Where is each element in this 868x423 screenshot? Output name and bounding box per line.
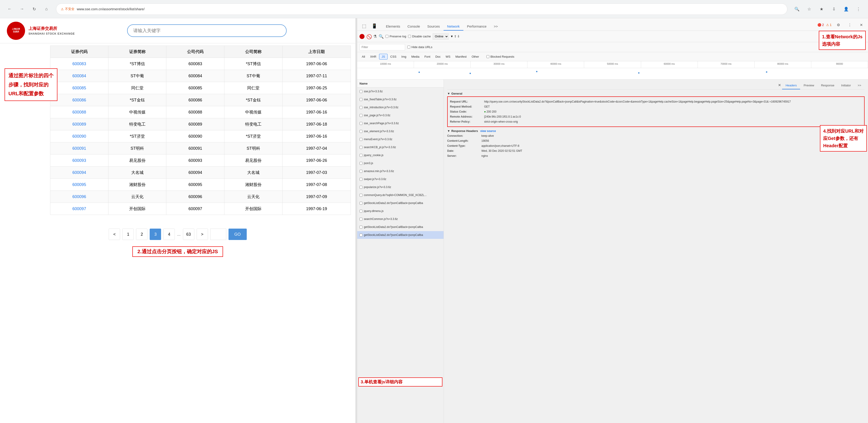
tab-elements[interactable]: Elements — [382, 23, 404, 31]
preserve-log-label[interactable]: Preserve log — [385, 35, 406, 38]
network-item-checkbox[interactable] — [360, 178, 363, 181]
network-item[interactable]: sse_searchPage.js?v=3.3.6z — [357, 119, 443, 127]
network-item[interactable]: amazeui.min.js?v=3.3.6z — [357, 167, 443, 175]
page-btn-2[interactable]: 2 — [136, 229, 147, 240]
network-item[interactable]: sse_introduction.js?v=3.3.6z — [357, 103, 443, 112]
more-button[interactable]: ⋮ — [854, 4, 863, 14]
account-button[interactable]: 👤 — [841, 4, 851, 14]
filter-other[interactable]: Other — [469, 54, 482, 59]
general-toggle[interactable]: ▼ — [447, 92, 450, 95]
network-item-checkbox[interactable] — [360, 210, 363, 213]
network-item[interactable]: searchCommon.js?v=3.3.6z — [357, 215, 443, 223]
network-item[interactable]: getStockListData2.do?jsonCallBack=jsonpC… — [357, 223, 443, 231]
stock-code-cell[interactable]: 600091 — [50, 143, 108, 154]
response-headers-toggle[interactable]: ▼ — [447, 129, 450, 133]
detail-tab-headers[interactable]: Headers — [782, 82, 800, 89]
tab-more[interactable]: >> — [490, 23, 502, 31]
network-item-checkbox[interactable] — [360, 130, 363, 133]
network-item[interactable]: popularize.js?v=3.3.6z — [357, 183, 443, 191]
filter-xhr[interactable]: XHR — [368, 54, 378, 59]
tab-performance[interactable]: Performance — [463, 23, 490, 31]
prev-page-button[interactable]: < — [109, 229, 120, 240]
back-button[interactable]: ← — [5, 4, 14, 14]
preserve-log-checkbox[interactable] — [385, 35, 389, 38]
address-bar[interactable]: ⚠ 不安全 www.sse.com.cn/assortment/stock/li… — [56, 3, 787, 15]
stock-code-cell[interactable]: 600085 — [50, 82, 108, 94]
close-devtools-button[interactable]: ✕ — [857, 20, 866, 29]
stock-code-cell[interactable]: 600095 — [50, 179, 108, 191]
filter-ws[interactable]: WS — [443, 54, 453, 59]
forward-button[interactable]: → — [17, 4, 27, 14]
device-toolbar-button[interactable]: 📱 — [370, 22, 379, 31]
page-number-input[interactable] — [210, 229, 226, 240]
bookmark-list-button[interactable]: ★ — [816, 4, 827, 14]
network-item-checkbox[interactable] — [360, 186, 363, 189]
filter-js[interactable]: JS — [379, 54, 388, 59]
inspect-element-button[interactable]: ⬚ — [360, 22, 369, 31]
view-source-link[interactable]: view source — [480, 129, 496, 133]
network-item[interactable]: jquery.dlmenu.js — [357, 207, 443, 215]
tab-sources[interactable]: Sources — [424, 23, 443, 31]
filter-doc[interactable]: Doc — [433, 54, 443, 59]
network-item-checkbox[interactable] — [360, 122, 363, 125]
network-item[interactable]: sse.js?v=3.3.6z — [357, 88, 443, 95]
network-item[interactable]: getStockListData2.do?jsonCallBack=jsonpC… — [357, 231, 443, 239]
network-item-checkbox[interactable] — [360, 162, 363, 165]
tab-console[interactable]: Console — [404, 23, 424, 31]
stock-code-cell[interactable]: 600084 — [50, 70, 108, 82]
network-item[interactable]: json3.js — [357, 159, 443, 167]
clear-button[interactable]: 🚫 — [366, 34, 371, 39]
reload-button[interactable]: ↻ — [29, 4, 39, 14]
stock-code-cell[interactable]: 600093 — [50, 154, 108, 167]
stock-code-cell[interactable]: 600096 — [50, 191, 108, 203]
stock-code-cell[interactable]: 600097 — [50, 203, 108, 215]
network-item[interactable]: sse_fixedTable.js?v=3.3.6z — [357, 95, 443, 103]
network-item-checkbox[interactable] — [360, 194, 363, 197]
network-item[interactable]: getStockListData2.do?jsonCallBack=jsonpC… — [357, 199, 443, 207]
filter-input[interactable] — [360, 44, 405, 50]
network-item-checkbox[interactable] — [360, 218, 363, 221]
disable-cache-label[interactable]: Disable cache — [408, 35, 431, 38]
stock-code-cell[interactable]: 600089 — [50, 118, 108, 130]
network-item-checkbox[interactable] — [360, 114, 363, 117]
search-input[interactable] — [133, 28, 280, 33]
search-bar[interactable] — [127, 24, 287, 37]
blocked-requests-label[interactable]: Blocked Requests — [487, 55, 515, 58]
record-button[interactable] — [360, 34, 365, 39]
detail-tab-initiator[interactable]: Initiator — [838, 82, 854, 89]
network-item-checkbox[interactable] — [360, 106, 363, 109]
network-item-checkbox[interactable] — [360, 98, 363, 101]
network-item-checkbox[interactable] — [360, 202, 363, 205]
disable-cache-checkbox[interactable] — [408, 35, 411, 38]
network-item-checkbox[interactable] — [360, 138, 363, 141]
network-item-checkbox[interactable] — [360, 170, 363, 173]
network-item-checkbox[interactable] — [360, 225, 363, 229]
detail-tab-more[interactable]: >> — [854, 82, 865, 89]
customize-button[interactable]: ⋮ — [845, 20, 854, 29]
close-details-button[interactable]: ✕ — [777, 82, 782, 89]
download-button[interactable]: ⇩ — [829, 4, 839, 14]
stock-code-cell[interactable]: 600094 — [50, 167, 108, 179]
network-item[interactable]: sse_page.js?v=3.3.6z — [357, 112, 443, 119]
resize-handle[interactable] — [355, 18, 357, 423]
detail-tab-response[interactable]: Response — [818, 82, 838, 89]
network-item[interactable]: jquery_cookie.js — [357, 151, 443, 159]
stock-code-cell[interactable]: 600088 — [50, 106, 108, 118]
zoom-button[interactable]: 🔍 — [792, 4, 802, 14]
network-item-checkbox[interactable] — [360, 90, 363, 93]
throttle-select[interactable]: Online — [433, 33, 448, 40]
filter-css[interactable]: CSS — [388, 54, 399, 59]
filter-manifest[interactable]: Manifest — [453, 54, 469, 59]
stock-code-cell[interactable]: 600083 — [50, 58, 108, 70]
settings-button[interactable]: ⚙ — [834, 20, 843, 29]
network-item[interactable]: commonQuery.do?sqlId=COMMON_SSE_KCBZL... — [357, 191, 443, 199]
network-item[interactable]: sse_element.js?v=3.3.6z — [357, 127, 443, 135]
network-item[interactable]: menuEvent.js?v=3.3.6z — [357, 135, 443, 143]
blocked-requests-checkbox[interactable] — [487, 55, 489, 58]
page-btn-last[interactable]: 63 — [183, 229, 194, 240]
bookmark-button[interactable]: ☆ — [804, 4, 814, 14]
filter-media[interactable]: Media — [409, 54, 422, 59]
next-page-button[interactable]: > — [196, 229, 208, 240]
network-item-checkbox[interactable] — [360, 234, 363, 237]
filter-all[interactable]: All — [360, 54, 367, 59]
